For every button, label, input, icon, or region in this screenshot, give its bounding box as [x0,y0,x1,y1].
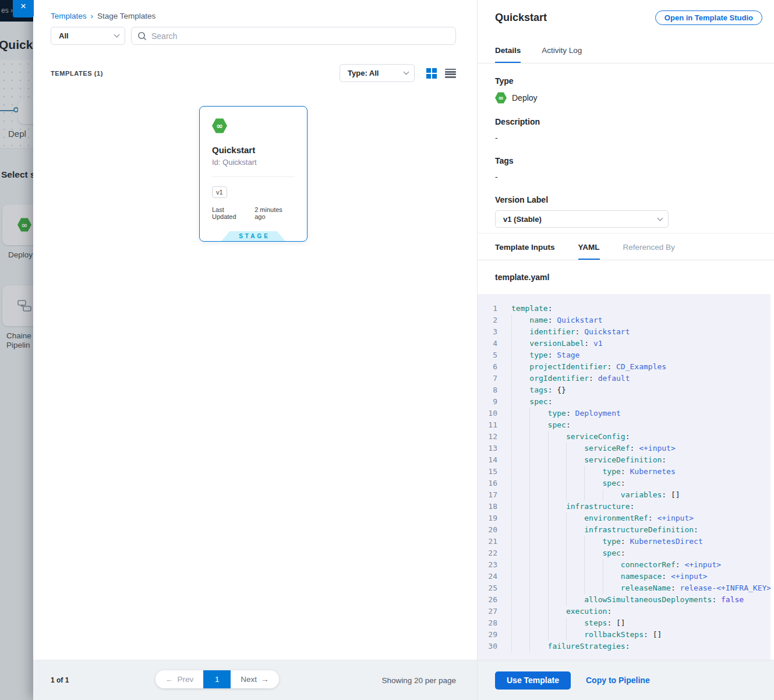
yaml-line: 23 connectorRef: <+input> [478,559,771,571]
details-tabs: Details Activity Log [478,36,774,63]
yaml-line: 17 variables: [] [478,489,771,501]
search-input[interactable] [151,31,450,41]
modal-dim-overlay [0,0,33,700]
version-label: Version Label [495,195,757,204]
yaml-line: 2 name: Quickstart [478,314,771,326]
yaml-line: 25 releaseName: release-<+INFRA_KEY> [478,582,771,594]
templates-count-label: TEMPLATES (1) [51,70,103,77]
type-filter-value: Type: All [348,69,379,77]
tags-value: - [495,172,757,182]
last-updated-value: 2 minutes ago [255,206,295,220]
yaml-line: 20 infrastructureDefinition: [478,524,771,536]
template-card-id: Id: Quickstart [212,158,295,167]
arrow-right-icon: → [261,675,269,684]
breadcrumb-chevron-icon: › [91,12,93,20]
template-card-title: Quickstart [212,145,295,155]
stage-type-ribbon: STAGE [221,231,285,241]
list-footer: 1 of 1 ← Prev 1 Next → Showing 20 per pa… [33,660,477,700]
type-filter-select[interactable]: Type: All [340,64,415,82]
yaml-line: 1template: [478,303,771,314]
chevron-down-icon [658,215,663,221]
deploy-hexagon-icon: ∞ [212,118,227,133]
prev-page-button[interactable]: ← Prev [155,670,203,688]
yaml-line: 7 orgIdentifier: default [478,373,771,384]
search-box [131,27,456,45]
version-badge: v1 [212,186,227,198]
yaml-line: 29 rollbackSteps: [] [478,629,771,641]
yaml-line: 5 type: Stage [478,349,771,361]
yaml-line: 9 spec: [478,396,771,408]
next-page-button[interactable]: Next → [231,670,278,688]
yaml-line: 22 spec: [478,547,771,559]
scope-filter-value: All [59,31,69,40]
yaml-editor[interactable]: 1template:2 name: Quickstart3 identifier… [478,294,771,660]
tab-referenced-by[interactable]: Referenced By [623,243,675,260]
yaml-file-name: template.yaml [478,260,774,294]
version-select[interactable]: v1 (Stable) [495,210,669,228]
template-list-panel: Templates › Stage Templates All [33,0,477,700]
scope-filter-select[interactable]: All [51,27,125,45]
chevron-down-icon [114,32,120,38]
details-sub-tabs: Template Inputs YAML Referenced By [478,233,774,260]
tab-details[interactable]: Details [495,46,521,63]
yaml-line: 6 projectIdentifier: CD_Examples [478,361,771,373]
open-in-template-studio-button[interactable]: Open in Template Studio [655,10,762,25]
details-body: Type ∞ Deploy Description - Tags - [478,63,774,233]
tab-template-inputs[interactable]: Template Inputs [495,243,555,260]
card-divider [212,176,295,177]
yaml-line: 14 serviceDefinition: [478,454,771,466]
last-updated-label: Last Updated [212,206,250,220]
search-icon [137,31,147,41]
yaml-line: 27 execution: [478,606,771,617]
deploy-hexagon-icon: ∞ [495,92,507,104]
description-label: Description [495,117,757,126]
close-drawer-button[interactable]: × [13,0,34,17]
yaml-line: 18 infrastructure: [478,501,771,512]
yaml-line: 11 spec: [478,419,771,431]
tab-activity-log[interactable]: Activity Log [542,46,582,63]
yaml-line: 4 versionLabel: v1 [478,338,771,349]
chevron-down-icon [404,69,409,75]
tab-yaml[interactable]: YAML [578,243,600,260]
yaml-line: 13 serviceRef: <+input> [478,443,771,454]
details-title: Quickstart [495,12,547,24]
template-card-quickstart[interactable]: ∞ Quickstart Id: Quickstart v1 Last Upda… [199,106,308,242]
close-icon: × [20,0,26,13]
page-1-button[interactable]: 1 [203,670,231,688]
template-details-panel: Quickstart Open in Template Studio Detai… [477,0,774,700]
breadcrumb-templates-link[interactable]: Templates [51,12,87,20]
yaml-line: 21 type: KubernetesDirect [478,536,771,547]
type-label: Type [495,76,757,86]
yaml-line: 19 environmentRef: <+input> [478,512,771,524]
arrow-left-icon: ← [165,675,174,684]
page-summary: 1 of 1 [51,676,69,684]
breadcrumb-current: Stage Templates [97,12,155,20]
breadcrumb: Templates › Stage Templates [51,12,456,20]
yaml-line: 12 serviceConfig: [478,431,771,443]
copy-to-pipeline-link[interactable]: Copy to Pipeline [586,676,650,685]
grid-view-icon[interactable] [426,68,437,79]
yaml-line: 26 allowSimultaneousDeployments: false [478,594,771,606]
pagination: ← Prev 1 Next → [155,670,279,688]
yaml-line: 28 steps: [] [478,617,771,629]
yaml-line: 10 type: Deployment [478,408,771,419]
yaml-line: 8 tags: {} [478,384,771,396]
description-value: - [495,133,757,143]
per-page-label: Showing 20 per page [381,676,456,685]
yaml-line: 16 spec: [478,478,771,489]
yaml-line: 15 type: Kubernetes [478,466,771,478]
details-footer: Use Template Copy to Pipeline [478,660,774,700]
list-view-icon[interactable] [445,69,456,78]
use-template-button[interactable]: Use Template [495,671,571,690]
yaml-line: 3 identifier: Quickstart [478,326,771,338]
template-selector-drawer: Templates › Stage Templates All [33,0,774,700]
yaml-line: 30 failureStrategies: [478,641,771,652]
screen: es › Pipe Quicks Depl Select s ∞ Deploy [0,0,774,700]
tags-label: Tags [495,156,757,165]
type-value: Deploy [512,93,538,102]
yaml-line: 24 namespace: <+input> [478,571,771,582]
version-select-value: v1 (Stable) [503,215,542,224]
